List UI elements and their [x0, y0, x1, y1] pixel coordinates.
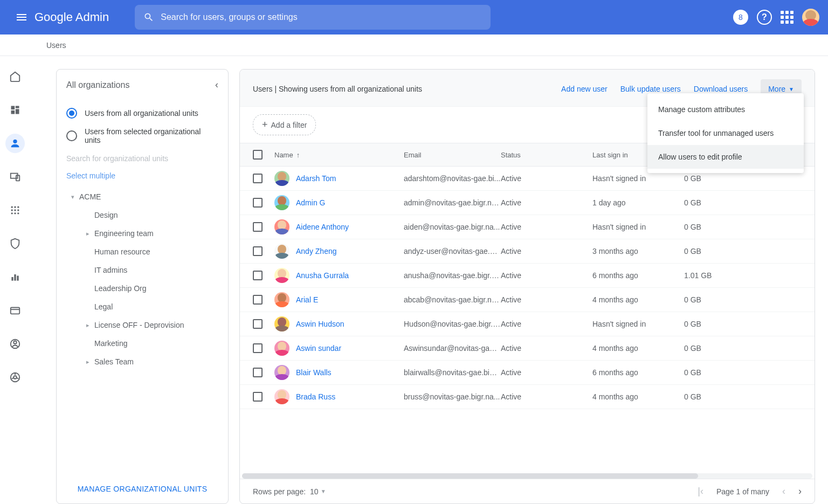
- table-row[interactable]: Aidene Anthony aiden@novitas-gae.bigr.na…: [240, 215, 815, 239]
- radio-selected-units[interactable]: Users from selected organizational units: [66, 123, 218, 149]
- logo-google: Google: [34, 10, 73, 24]
- table-row[interactable]: Aswin sundar Aswinsundar@novitas-gae....…: [240, 336, 815, 361]
- row-checkbox[interactable]: [253, 392, 263, 402]
- nav-devices-icon[interactable]: [5, 167, 25, 187]
- horizontal-scrollbar[interactable]: [242, 473, 812, 479]
- hamburger-menu-icon[interactable]: [9, 4, 34, 30]
- tree-item[interactable]: ▸Engineering team: [66, 224, 218, 243]
- rows-per-page-select[interactable]: 10 ▼: [310, 487, 326, 496]
- row-checkbox[interactable]: [253, 198, 263, 208]
- user-email-usage: 0 GB: [684, 198, 749, 207]
- tree-item[interactable]: Human resource: [66, 243, 218, 261]
- column-email[interactable]: Email: [404, 151, 501, 159]
- prev-page-icon[interactable]: ‹: [782, 486, 785, 497]
- row-checkbox[interactable]: [253, 343, 263, 353]
- row-checkbox[interactable]: [253, 368, 263, 377]
- svg-line-25: [17, 378, 19, 379]
- user-name-link[interactable]: Aswin sundar: [296, 344, 341, 353]
- table-row[interactable]: Aswin Hudson Hudson@novitas-gae.bigr.n..…: [240, 312, 815, 336]
- tree-item[interactable]: ▸Sales Team: [66, 353, 218, 371]
- account-avatar[interactable]: [802, 9, 819, 26]
- user-name-link[interactable]: Aswin Hudson: [296, 320, 344, 328]
- table-row[interactable]: Admin G admin@novitas-gae.bigr.na... Act…: [240, 191, 815, 215]
- user-avatar: [274, 365, 289, 380]
- user-avatar: [274, 316, 289, 332]
- user-name-link[interactable]: Aidene Anthony: [296, 223, 349, 231]
- row-checkbox[interactable]: [253, 319, 263, 329]
- nav-users-icon[interactable]: [5, 134, 25, 153]
- tree-item[interactable]: Marketing: [66, 334, 218, 353]
- tree-item[interactable]: IT admins: [66, 261, 218, 279]
- nav-account-icon[interactable]: [5, 334, 25, 354]
- table-row[interactable]: Blair Walls blairwalls@novitas-gae.bigr.…: [240, 361, 815, 385]
- users-panel: Users | Showing users from all organizat…: [239, 69, 815, 504]
- user-last-signin: Hasn't signed in: [592, 223, 684, 231]
- dropdown-allow-edit-profile[interactable]: Allow users to edit profile: [647, 145, 804, 169]
- nav-rules-icon[interactable]: [5, 368, 25, 387]
- user-status: Active: [501, 295, 592, 304]
- table-row[interactable]: Andy Zheng andyz-user@novitas-gae.bi... …: [240, 239, 815, 264]
- nav-reports-icon[interactable]: [5, 267, 25, 287]
- tree-item[interactable]: Leadership Org: [66, 279, 218, 298]
- tree-item-label: Leadership Org: [94, 284, 218, 293]
- scrollbar-thumb[interactable]: [242, 473, 698, 479]
- table-row[interactable]: Arial E abcab@novitas-gae.bigr.na... Act…: [240, 288, 815, 312]
- tree-item-label: Design: [94, 211, 218, 219]
- nav-home-icon[interactable]: [5, 67, 25, 86]
- breadcrumb-item[interactable]: Users: [46, 41, 66, 50]
- dropdown-transfer-tool[interactable]: Transfer tool for unmanaged users: [647, 121, 804, 145]
- add-filter-chip[interactable]: + Add a filter: [253, 114, 316, 135]
- row-checkbox[interactable]: [253, 271, 263, 280]
- nav-dashboard-icon[interactable]: [5, 100, 25, 120]
- search-input[interactable]: [161, 12, 482, 22]
- radio-all-units[interactable]: Users from all organizational units: [66, 103, 218, 123]
- add-new-user-link[interactable]: Add new user: [561, 85, 608, 93]
- tree-root[interactable]: ▾ ACME: [66, 188, 218, 206]
- dropdown-manage-attributes[interactable]: Manage custom attributes: [647, 98, 804, 121]
- column-name[interactable]: Name ↑: [274, 151, 404, 159]
- user-name-link[interactable]: Blair Walls: [296, 368, 332, 377]
- user-avatar: [274, 244, 289, 259]
- next-page-icon[interactable]: ›: [798, 486, 802, 497]
- user-email-usage: 0 GB: [684, 368, 749, 377]
- apps-launcher-icon[interactable]: [781, 11, 794, 24]
- select-multiple-link[interactable]: Select multiple: [66, 168, 115, 188]
- notification-badge[interactable]: 8: [733, 10, 748, 25]
- svg-point-23: [13, 376, 17, 379]
- svg-rect-19: [11, 308, 20, 314]
- org-search-input[interactable]: [66, 149, 218, 168]
- row-checkbox[interactable]: [253, 222, 263, 232]
- collapse-icon[interactable]: ‹: [215, 79, 218, 91]
- nav-security-icon[interactable]: [5, 234, 25, 253]
- tree-item[interactable]: ▸License OFF - Deprovision: [66, 316, 218, 334]
- tree-item[interactable]: Legal: [66, 298, 218, 316]
- user-name-link[interactable]: Andy Zheng: [296, 247, 337, 256]
- user-name-link[interactable]: Anusha Gurrala: [296, 271, 349, 280]
- user-name-link[interactable]: Brada Russ: [296, 392, 335, 401]
- user-email: Aswinsundar@novitas-gae....: [404, 344, 501, 353]
- help-icon[interactable]: ?: [757, 10, 772, 25]
- row-checkbox[interactable]: [253, 295, 263, 305]
- search-box[interactable]: [135, 5, 491, 30]
- download-users-link[interactable]: Download users: [694, 85, 748, 93]
- user-name-link[interactable]: Admin G: [296, 198, 325, 207]
- table-row[interactable]: Brada Russ bruss@novitas-gae.bigr.na... …: [240, 385, 815, 409]
- first-page-icon[interactable]: |‹: [698, 486, 703, 497]
- bulk-update-link[interactable]: Bulk update users: [620, 85, 681, 93]
- svg-point-10: [11, 209, 13, 211]
- table-row[interactable]: Anusha Gurrala anusha@novitas-gae.bigr.n…: [240, 264, 815, 288]
- user-name-link[interactable]: Arial E: [296, 295, 318, 304]
- nav-billing-icon[interactable]: [5, 301, 25, 320]
- manage-org-units-button[interactable]: MANAGE ORGANIZATIONAL UNITS: [78, 485, 208, 493]
- row-checkbox[interactable]: [253, 246, 263, 256]
- column-status[interactable]: Status: [501, 151, 592, 159]
- tree-item-label: Engineering team: [94, 229, 218, 238]
- tree-item[interactable]: Design: [66, 206, 218, 224]
- user-avatar: [274, 389, 289, 404]
- row-checkbox[interactable]: [253, 174, 263, 183]
- svg-rect-1: [16, 106, 19, 108]
- select-all-checkbox[interactable]: [253, 150, 263, 160]
- app-logo[interactable]: Google Admin: [34, 10, 109, 24]
- nav-apps-icon[interactable]: [5, 201, 25, 220]
- user-name-link[interactable]: Adarsh Tom: [296, 174, 336, 183]
